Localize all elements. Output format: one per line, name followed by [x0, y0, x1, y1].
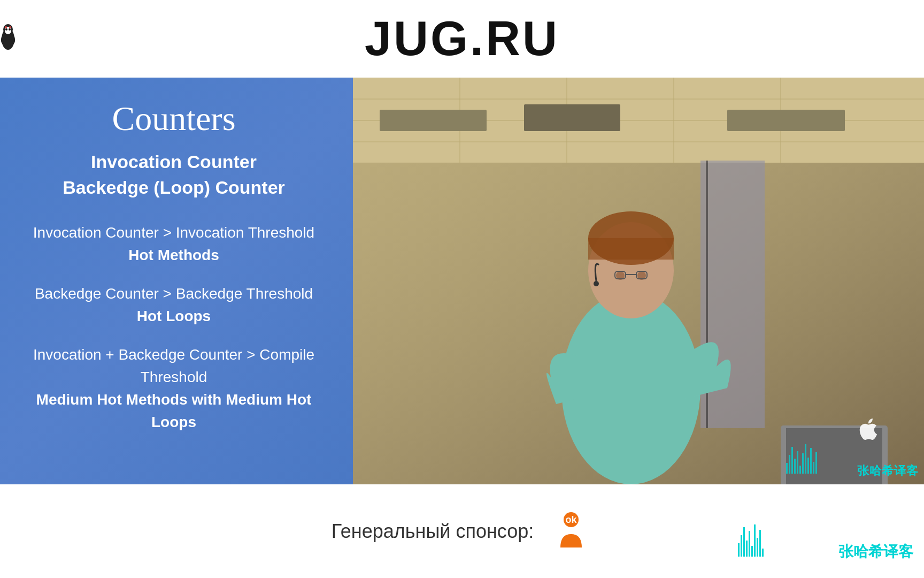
svg-rect-19: [727, 110, 845, 131]
slide-title: Counters: [16, 99, 332, 139]
footer-watermark: 张哈希译客: [838, 542, 913, 562]
penguin-left-decoration: [0, 0, 16, 78]
svg-rect-17: [380, 110, 487, 131]
sponsor-label: Генеральный спонсор:: [332, 520, 534, 543]
slide-rule-result-1: Hot Methods: [16, 244, 332, 267]
slide-rule-1: Invocation Counter > Invocation Threshol…: [16, 222, 332, 267]
site-logo: JUG.RU: [365, 11, 559, 66]
slide-subtitle-1: Invocation Counter: [16, 149, 332, 175]
svg-point-4: [9, 28, 11, 31]
svg-point-35: [594, 281, 599, 286]
svg-text:ok: ok: [566, 514, 578, 525]
slide-rule-2: Backedge Counter > Backedge Threshold Ho…: [16, 283, 332, 328]
slide-subtitles: Invocation Counter Backedge (Loop) Count…: [16, 149, 332, 200]
slide-rule-result-3: Medium Hot Methods with Medium Hot Loops: [16, 389, 332, 434]
svg-rect-18: [524, 104, 620, 131]
footer: Генеральный спонсор: ok 张哈希译客: [0, 484, 924, 578]
slide-rule-condition-1: Invocation Counter > Invocation Threshol…: [16, 222, 332, 244]
slide-rule-condition-3: Invocation + Backedge Counter > Compile …: [16, 344, 332, 389]
slide-rule-result-2: Hot Loops: [16, 305, 332, 328]
video-panel: 张哈希译客: [353, 78, 924, 484]
watermark-text: 张哈希译客: [857, 463, 919, 479]
footer-waveform: [738, 524, 764, 557]
slide-subtitle-2: Backedge (Loop) Counter: [16, 175, 332, 201]
slide-rule-3: Invocation + Backedge Counter > Compile …: [16, 344, 332, 434]
svg-point-3: [5, 28, 7, 31]
odnoklassniki-logo: ok: [550, 510, 592, 553]
svg-point-26: [561, 292, 700, 484]
svg-rect-29: [588, 238, 674, 260]
svg-point-6: [9, 26, 11, 28]
header: JUG.RU: [0, 0, 924, 78]
main-content: Counters Invocation Counter Backedge (Lo…: [0, 78, 924, 484]
apple-logo-icon: [856, 416, 881, 452]
slide-rule-condition-2: Backedge Counter > Backedge Threshold: [16, 283, 332, 305]
slide-panel: Counters Invocation Counter Backedge (Lo…: [0, 78, 353, 484]
svg-point-5: [5, 26, 7, 28]
audio-waveform: [786, 442, 817, 474]
